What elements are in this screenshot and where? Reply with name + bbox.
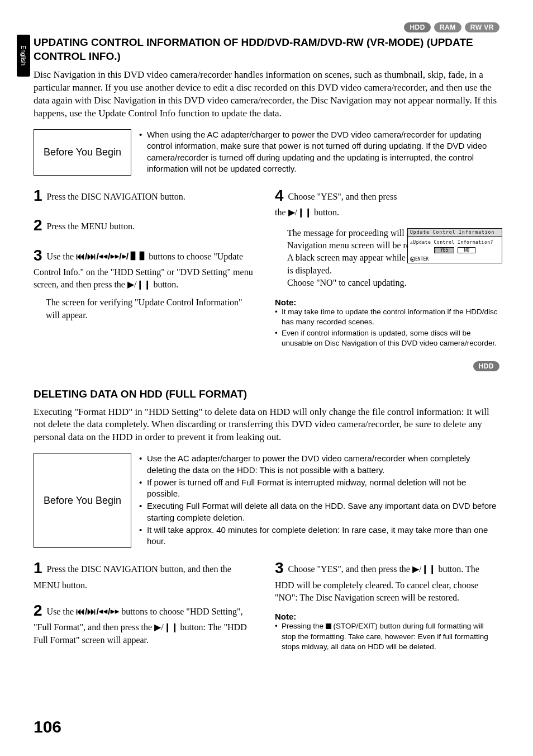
step-text: Press the DISC NAVIGATION button. <box>47 192 185 201</box>
step-number: 3 <box>275 559 284 577</box>
before-begin-bullets-2: Use the AC adapter/charger to power the … <box>131 453 499 548</box>
step-number: 1 <box>34 187 42 204</box>
before-begin-label-1: Before You Begin <box>34 129 131 176</box>
before-bullet: If power is turned off and Full Format i… <box>139 477 499 500</box>
nav-icons: ⏮/⏭/◀◀/▶▶/▶/❚❚ <box>76 252 146 261</box>
note-item: Even if control information is updated, … <box>275 328 499 348</box>
step-1-1: 1 Press the DISC NAVIGATION button. <box>34 185 258 206</box>
step-2-1: 1 Press the DISC NAVIGATION button, and … <box>34 557 258 592</box>
mid-badge-row: HDD <box>34 361 499 371</box>
step-1-2: 2 Press the MENU button. <box>34 214 258 236</box>
badge-ram: RAM <box>434 22 461 32</box>
dialog-no-button: NO <box>458 247 475 253</box>
step-text: Press the MENU button. <box>47 221 135 231</box>
step-text-pre: Use the <box>47 607 76 616</box>
step-number: 4 <box>275 187 284 204</box>
before-you-begin-1: Before You Begin When using the AC adapt… <box>34 129 499 176</box>
section1-title: UPDATING CONTROL INFORMATION OF HDD/DVD-… <box>34 36 499 63</box>
play-circle-icon: ▶ <box>410 257 415 262</box>
section1-intro: Disc Navigation in this DVD video camera… <box>34 69 499 120</box>
section2-title: DELETING DATA ON HDD (FULL FORMAT) <box>34 388 499 400</box>
note-label: Note: <box>275 297 499 307</box>
step-text: Press the DISC NAVIGATION button, and th… <box>34 564 231 589</box>
before-bullet: It will take approx. 40 minutes for comp… <box>139 525 499 547</box>
page-number: 106 <box>34 717 61 736</box>
top-badge-row: HDD RAM RW VR <box>34 22 499 32</box>
step-1-4: 4 Choose "YES", and then press the ▶/❙❙ … <box>275 185 499 219</box>
before-you-begin-2: Before You Begin Use the AC adapter/char… <box>34 453 499 548</box>
dialog-footer: ▶ENTER <box>408 257 502 263</box>
step-2-2: 2 Use the ⏮/⏭/◀◀/▶▶ buttons to choose "H… <box>34 599 258 646</box>
before-bullet: Executing Full Format will delete all da… <box>139 500 499 523</box>
section1-steps: 1 Press the DISC NAVIGATION button. 2 Pr… <box>34 185 499 349</box>
step-trail: Choose "NO" to cancel updating. <box>287 277 499 289</box>
badge-hdd: HDD <box>473 361 500 371</box>
note-block-1: Note: It may take time to update the con… <box>275 297 499 349</box>
language-tab: English <box>17 35 30 77</box>
dialog-header: Update Control Information <box>408 229 502 237</box>
note-block-2: Note: Pressing the (STOP/EXIT) button du… <box>275 612 499 652</box>
dialog-yes-button: YES <box>434 247 454 253</box>
section2-steps: 1 Press the DISC NAVIGATION button, and … <box>34 557 499 654</box>
step-text-pre: Use the <box>47 252 76 261</box>
before-begin-label-2: Before You Begin <box>34 453 131 548</box>
step-number: 2 <box>34 602 42 619</box>
badge-hdd: HDD <box>404 22 431 32</box>
step-trail: The screen for verifying "Update Control… <box>46 296 258 322</box>
dialog-question: ⚠Update Control Information? <box>410 240 499 245</box>
nav-icons: ⏮/⏭/◀◀/▶▶ <box>76 607 119 616</box>
note-label: Note: <box>275 612 499 621</box>
badge-rwvr: RW VR <box>465 22 499 32</box>
step-number: 2 <box>34 216 42 234</box>
before-begin-bullets-1: When using the AC adapter/charger to pow… <box>131 129 499 176</box>
note-item: It may take time to update the control i… <box>275 307 499 327</box>
step-number: 1 <box>34 559 42 577</box>
before-bullet: Use the AC adapter/charger to power the … <box>139 453 499 476</box>
step-2-3: 3 Choose "YES", and then press the ▶/❙❙ … <box>275 557 499 604</box>
note-item: Pressing the (STOP/EXIT) button during f… <box>275 621 499 652</box>
step-text: Choose "YES", and then press the ▶/❙❙ bu… <box>275 192 397 217</box>
step-1-3: 3 Use the ⏮/⏭/◀◀/▶▶/▶/❚❚ buttons to choo… <box>34 244 258 322</box>
update-dialog-illustration: Update Control Information ⚠Update Contr… <box>407 228 502 263</box>
section2-intro: Executing "Format HDD" in "HDD Setting" … <box>34 406 499 445</box>
before-bullet: When using the AC adapter/charger to pow… <box>139 129 499 174</box>
step-number: 3 <box>34 247 42 264</box>
stop-icon <box>326 623 331 629</box>
step-text: Choose "YES", and then press the ▶/❙❙ bu… <box>275 564 479 602</box>
